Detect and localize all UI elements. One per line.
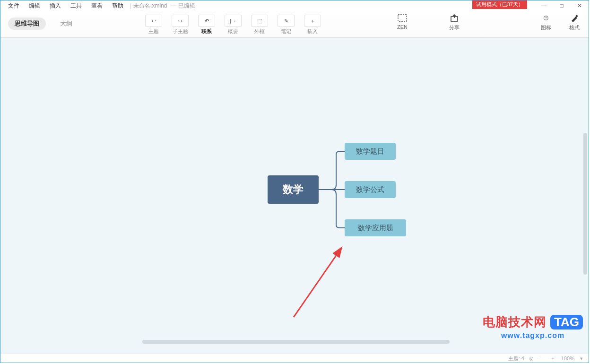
child-topic-1[interactable]: 数学题目 — [345, 143, 396, 160]
share-button[interactable]: 分享 — [445, 13, 464, 31]
zen-share-group: ZEN 分享 — [393, 13, 464, 31]
note-icon: ✎ — [278, 15, 295, 27]
tab-outline[interactable]: 大纲 — [53, 17, 79, 30]
share-icon — [449, 13, 460, 23]
insert-icon: ＋ — [304, 15, 321, 27]
connectors — [0, 38, 473, 354]
tool-boundary[interactable]: ⬚ 外框 — [246, 13, 273, 35]
relation-icon: ↶ — [198, 15, 215, 27]
tool-relation[interactable]: ↶ 联系 — [193, 13, 220, 35]
tool-group: ↩ 主题 ↪ 子主题 ↶ 联系 }→ 概要 ⬚ 外框 ✎ 笔记 ＋ 插入 — [140, 11, 326, 35]
doc-title: | 未命名.xmind — 已编辑 — [130, 2, 195, 10]
canvas-wrap: 数学 数学题目 数学公式 数学应用题 电脑技术网 TAG www.tagxp.c… — [0, 38, 589, 354]
tool-topic[interactable]: ↩ 主题 — [140, 13, 167, 35]
watermark: 电脑技术网 TAG www.tagxp.com — [483, 314, 583, 340]
format-label: 格式 — [569, 24, 580, 31]
menu-bar: 文件 编辑 插入 工具 查看 帮助 — [0, 1, 128, 11]
svg-rect-0 — [398, 15, 407, 21]
tool-label: 子主题 — [173, 28, 188, 35]
subtopic-icon: ↪ — [172, 15, 189, 27]
smile-icon: ☺ — [540, 13, 552, 23]
tool-label: 概要 — [228, 28, 238, 35]
zen-label: ZEN — [397, 24, 408, 30]
watermark-text: 电脑技术网 — [483, 314, 547, 330]
topic-icon: ↩ — [145, 15, 162, 27]
watermark-url: www.tagxp.com — [483, 331, 583, 340]
menu-view[interactable]: 查看 — [87, 1, 107, 11]
menu-help[interactable]: 帮助 — [107, 1, 128, 11]
zen-icon — [397, 13, 408, 23]
tool-label: 笔记 — [281, 28, 291, 35]
doc-name: 未命名.xmind — [133, 2, 167, 10]
child-topic-3[interactable]: 数学应用题 — [345, 219, 406, 236]
child-topic-2[interactable]: 数学公式 — [345, 181, 396, 198]
format-button[interactable]: 格式 — [565, 13, 584, 31]
right-tools: ☺ 图标 格式 — [537, 13, 584, 31]
tool-label: 外框 — [254, 28, 265, 35]
trial-badge: 试用模式（已37天） — [472, 0, 527, 9]
menu-file[interactable]: 文件 — [3, 1, 24, 11]
window-minimize[interactable]: — — [535, 0, 553, 11]
menu-tools[interactable]: 工具 — [66, 1, 87, 11]
focus-icon[interactable]: ◎ — [529, 355, 534, 362]
mindmap-canvas[interactable]: 数学 数学题目 数学公式 数学应用题 电脑技术网 TAG www.tagxp.c… — [0, 38, 589, 354]
menu-insert[interactable]: 插入 — [45, 1, 66, 11]
tool-subtopic[interactable]: ↪ 子主题 — [167, 13, 193, 35]
tool-note[interactable]: ✎ 笔记 — [273, 13, 299, 35]
zoom-controls: — ＋ 100% ▾ — [538, 355, 584, 362]
icons-label: 图标 — [541, 24, 551, 31]
title-row: 文件 编辑 插入 工具 查看 帮助 | 未命名.xmind — 已编辑 试用模式… — [0, 0, 589, 11]
brush-icon — [569, 13, 580, 23]
scrollbar-horizontal-thumb[interactable] — [142, 340, 450, 344]
tool-label: 联系 — [201, 28, 212, 35]
topic-count: 主题: 4 — [508, 355, 524, 362]
menu-edit[interactable]: 编辑 — [24, 1, 45, 11]
status-bar: 主题: 4 ◎ — ＋ 100% ▾ — [0, 354, 589, 363]
icons-button[interactable]: ☺ 图标 — [537, 13, 555, 31]
zen-button[interactable]: ZEN — [393, 13, 412, 31]
summary-icon: }→ — [225, 15, 242, 27]
tool-label: 主题 — [148, 28, 159, 35]
scrollbar-vertical-thumb[interactable] — [583, 133, 587, 275]
tool-label: 插入 — [307, 28, 318, 35]
boundary-icon: ⬚ — [251, 15, 268, 27]
doc-edited: — 已编辑 — [171, 2, 195, 10]
tool-insert[interactable]: ＋ 插入 — [299, 13, 326, 35]
toolbar-row: 思维导图 大纲 ↩ 主题 ↪ 子主题 ↶ 联系 }→ 概要 ⬚ 外框 ✎ 笔记 … — [0, 11, 589, 38]
view-tabs: 思维导图 大纲 — [0, 11, 93, 30]
zoom-out[interactable]: — — [538, 355, 546, 361]
tab-mindmap[interactable]: 思维导图 — [8, 17, 46, 30]
window-maximize[interactable]: □ — [553, 0, 571, 11]
window-controls: — □ ✕ — [535, 0, 589, 11]
zoom-level[interactable]: 100% — [560, 355, 575, 361]
watermark-tag: TAG — [550, 315, 583, 329]
zoom-dropdown-icon[interactable]: ▾ — [579, 355, 584, 362]
share-label: 分享 — [449, 24, 460, 31]
window-close[interactable]: ✕ — [571, 0, 589, 11]
zoom-in[interactable]: ＋ — [549, 355, 556, 362]
tool-summary[interactable]: }→ 概要 — [220, 13, 246, 35]
central-topic[interactable]: 数学 — [268, 175, 319, 204]
